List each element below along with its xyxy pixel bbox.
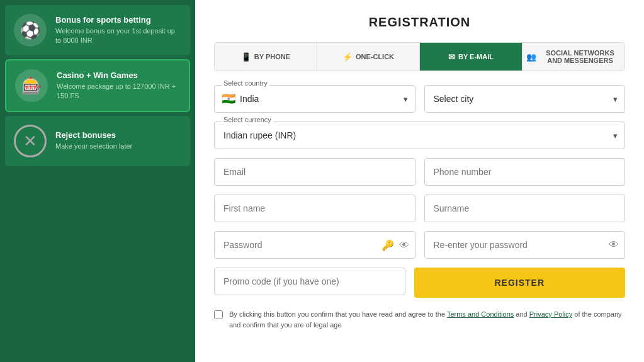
page-title: REGISTRATION <box>214 15 625 30</box>
promo1-desc: Welcome bonus on your 1st deposit up to … <box>55 26 181 46</box>
registration-tabs: 📱 BY PHONE ⚡ ONE-CLICK ✉ BY E-MAIL 👥 SOC… <box>214 42 625 71</box>
surname-input[interactable] <box>424 195 626 222</box>
tab-by-phone[interactable]: 📱 BY PHONE <box>215 43 317 71</box>
firstname-group <box>214 195 415 222</box>
promo-register-row: REGISTER <box>214 268 625 298</box>
password-icons: 🔑 👁 <box>381 239 409 251</box>
promo2-desc: Welcome package up to 127000 INR + 150 F… <box>57 82 180 101</box>
country-city-row: Select country 🇮🇳 India ▾ Select city ▾ <box>214 85 625 113</box>
consent-text: By clicking this button you confirm that… <box>229 309 625 330</box>
country-select[interactable]: India <box>214 85 415 113</box>
city-select[interactable]: Select city <box>424 85 626 113</box>
reenter-input[interactable] <box>424 231 626 259</box>
reenter-group: 👁 <box>424 231 626 259</box>
lightning-icon: ⚡ <box>342 52 353 62</box>
consent-row: By clicking this button you confirm that… <box>214 309 625 330</box>
tab-one-click[interactable]: ⚡ ONE-CLICK <box>317 43 420 71</box>
tab-social[interactable]: 👥 SOCIAL NETWORKS AND MESSENGERS <box>523 43 624 71</box>
social-icon: 👥 <box>526 52 536 62</box>
reenter-eye-icon[interactable]: 👁 <box>609 239 619 251</box>
key-icon: 🔑 <box>381 239 394 251</box>
promo1-title: Bonus for sports betting <box>55 15 181 25</box>
sidebar: ⚽ Bonus for sports betting Welcome bonus… <box>0 0 195 362</box>
name-row <box>214 195 625 222</box>
phone-input[interactable] <box>424 158 626 186</box>
city-group: Select city ▾ <box>424 85 626 113</box>
reject-icon: ✕ <box>14 125 47 157</box>
terms-link[interactable]: Terms and Conditions <box>447 310 514 318</box>
promo1-text: Bonus for sports betting Welcome bonus o… <box>55 15 181 46</box>
consent-checkbox[interactable] <box>214 310 223 319</box>
promo-group <box>214 268 405 298</box>
reject-text: Reject bonuses Make your selection later <box>55 130 132 151</box>
main-content: REGISTRATION 📱 BY PHONE ⚡ ONE-CLICK ✉ BY… <box>195 0 644 362</box>
currency-label: Select currency <box>222 116 273 123</box>
phone-icon: 📱 <box>241 52 251 62</box>
promo-sports-betting[interactable]: ⚽ Bonus for sports betting Welcome bonus… <box>5 5 190 55</box>
register-button[interactable]: REGISTER <box>414 268 626 298</box>
promo-casino[interactable]: 🎰 Casino + Win Games Welcome package up … <box>5 59 190 112</box>
reject-bonuses-card[interactable]: ✕ Reject bonuses Make your selection lat… <box>5 116 190 166</box>
password-row: 🔑 👁 👁 <box>214 231 625 259</box>
privacy-link[interactable]: Privacy Policy <box>529 310 572 318</box>
tab-by-email[interactable]: ✉ BY E-MAIL <box>420 43 523 71</box>
reject-title: Reject bonuses <box>55 130 132 140</box>
email-phone-row <box>214 158 625 186</box>
country-label: Select country <box>222 79 269 87</box>
currency-select[interactable]: Indian rupee (INR) <box>214 122 625 149</box>
firstname-input[interactable] <box>214 195 415 222</box>
promo2-text: Casino + Win Games Welcome package up to… <box>57 71 180 101</box>
email-input[interactable] <box>214 158 415 186</box>
promo-input[interactable] <box>214 268 405 295</box>
country-group: Select country 🇮🇳 India ▾ <box>214 85 415 113</box>
password-group: 🔑 👁 <box>214 231 415 259</box>
currency-row: Select currency Indian rupee (INR) ▾ <box>214 122 625 149</box>
email-icon: ✉ <box>448 52 455 62</box>
casino-icon: 🎰 <box>15 69 48 102</box>
eye-icon[interactable]: 👁 <box>399 239 409 251</box>
reenter-icons: 👁 <box>609 239 619 251</box>
promo2-title: Casino + Win Games <box>57 71 180 80</box>
reject-desc: Make your selection later <box>55 142 132 151</box>
email-group <box>214 158 415 186</box>
soccer-ball-icon: ⚽ <box>14 14 47 47</box>
surname-group <box>424 195 626 222</box>
phone-group <box>424 158 626 186</box>
currency-group: Select currency Indian rupee (INR) ▾ <box>214 122 625 149</box>
